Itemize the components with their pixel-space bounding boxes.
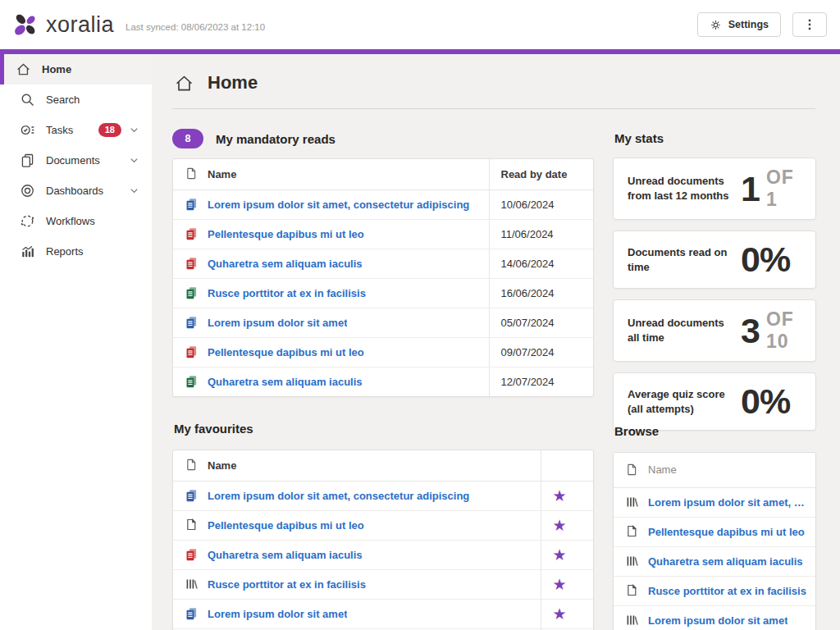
mandatory-reads-count-badge: 8 xyxy=(172,129,203,148)
reports-icon xyxy=(20,244,35,259)
word-file-icon xyxy=(185,315,199,330)
chevron-down-icon[interactable] xyxy=(128,154,140,167)
library-icon xyxy=(625,495,639,509)
sidebar-item-documents[interactable]: Documents xyxy=(0,145,152,176)
table-row: Pellentesque dapibus mi ut leo 09/07/202… xyxy=(173,337,593,367)
library-icon xyxy=(625,613,639,628)
table-row: Quharetra sem aliquam iaculis 12/07/2024 xyxy=(173,367,593,396)
sidebar-item-label: Workflows xyxy=(46,215,95,227)
page-file-icon xyxy=(625,524,639,539)
library-icon xyxy=(625,554,639,568)
document-link[interactable]: Quharetra sem aliquam iaculis xyxy=(208,376,363,388)
browse-link[interactable]: Lorem ipsum dolor sit amet xyxy=(648,614,788,627)
document-link[interactable]: Lorem ipsum dolor sit amet xyxy=(208,608,347,620)
sidebar-item-dashboards[interactable]: Dashboards xyxy=(0,176,152,206)
table-row: Lorem ipsum dolor sit amet ★ xyxy=(173,599,593,628)
brand-name: xoralia xyxy=(46,12,114,38)
table-row: Quharetra sem aliquam iaculis ★ xyxy=(173,540,593,569)
stat-card-unread-12-months: Unread documents from last 12 months 1 O… xyxy=(613,158,816,220)
document-link[interactable]: Lorem ipsum dolor sit amet, consectetur … xyxy=(208,199,469,211)
word-file-icon xyxy=(185,488,199,503)
browse-link[interactable]: Pellentesque dapibus mi ut leo xyxy=(648,526,805,538)
document-link[interactable]: Pellentesque dapibus mi ut leo xyxy=(208,519,364,532)
mandatory-reads-table: Name Read by date Lorem ipsum dolor sit … xyxy=(172,158,594,397)
column-header-read-by-date: Read by date xyxy=(489,159,593,189)
xoralia-flower-logo-icon xyxy=(11,11,39,39)
chevron-down-icon[interactable] xyxy=(128,185,140,197)
table-row: Rusce porttitor at ex in facilisis ★ xyxy=(173,569,593,599)
documents-icon xyxy=(20,153,35,168)
page-outline-icon xyxy=(185,167,199,181)
pdf-file-icon xyxy=(185,547,199,562)
document-link[interactable]: Rusce porttitor at ex in facilisis xyxy=(208,287,366,299)
stat-suffix: OF 10 xyxy=(766,308,802,353)
last-synced-text: Last synced: 08/06/2023 at 12:10 xyxy=(126,22,265,32)
more-options-button[interactable] xyxy=(792,12,827,37)
mandatory-reads-title: My mandatory reads xyxy=(216,132,336,146)
stat-label: Unread documents from last 12 months xyxy=(628,174,736,203)
document-link[interactable]: Lorem ipsum dolor sit amet xyxy=(208,317,347,329)
page-outline-icon xyxy=(185,458,199,472)
workflows-icon xyxy=(20,213,35,229)
page-file-icon xyxy=(625,583,639,598)
page-outline-icon xyxy=(625,463,639,477)
read-by-date: 11/06/2024 xyxy=(489,219,593,249)
document-link[interactable]: Lorem ipsum dolor sit amet, consectetur … xyxy=(208,490,469,502)
browse-link[interactable]: Lorem ipsum dolor sit amet, con… xyxy=(648,496,809,509)
app-window: xoralia Last synced: 08/06/2023 at 12:10… xyxy=(0,0,840,630)
chevron-down-icon[interactable] xyxy=(128,124,140,136)
favourite-star-icon[interactable]: ★ xyxy=(553,546,567,564)
home-page-icon xyxy=(174,73,194,94)
stat-value: 0% xyxy=(741,240,790,280)
favourite-star-icon[interactable]: ★ xyxy=(553,487,567,504)
table-row: Rusce porttitor at ex in facilisis 16/06… xyxy=(173,278,593,308)
favourite-star-icon[interactable]: ★ xyxy=(553,576,567,593)
library-icon xyxy=(185,577,199,591)
sidebar-item-search[interactable]: Search xyxy=(0,84,152,115)
browse-title: Browse xyxy=(614,424,659,438)
sidebar-item-home[interactable]: Home xyxy=(0,54,152,84)
stat-card-read-on-time: Documents read on time 0% xyxy=(613,231,816,289)
settings-button-label: Settings xyxy=(728,19,769,30)
document-link[interactable]: Pellentesque dapibus mi ut leo xyxy=(208,228,364,240)
stat-card-unread-all-time: Unread documents all time 3 OF 10 xyxy=(613,299,816,362)
word-file-icon xyxy=(185,197,199,212)
stat-label: Documents read on time xyxy=(628,245,736,274)
column-header-name: Name xyxy=(208,168,236,180)
search-icon xyxy=(20,92,35,107)
sidebar-item-label: Tasks xyxy=(46,124,73,136)
favourite-star-icon[interactable]: ★ xyxy=(553,517,567,534)
column-header-name: Name xyxy=(208,459,236,472)
list-item: Quharetra sem aliquam iaculis xyxy=(614,546,815,576)
sidebar-item-tasks[interactable]: Tasks 18 xyxy=(0,115,152,145)
sidebar-item-reports[interactable]: Reports xyxy=(0,236,152,267)
table-row: Lorem ipsum dolor sit amet, consectetur … xyxy=(173,481,593,510)
sidebar-item-workflows[interactable]: Workflows xyxy=(0,206,152,236)
pdf-file-icon xyxy=(185,345,199,359)
document-link[interactable]: Pellentesque dapibus mi ut leo xyxy=(208,346,364,358)
browse-link[interactable]: Rusce porttitor at ex in facilisis xyxy=(648,585,806,597)
table-row: Pellentesque dapibus mi ut leo ★ xyxy=(173,510,593,540)
list-item: Lorem ipsum dolor sit amet xyxy=(614,605,815,630)
stat-suffix: OF 1 xyxy=(766,167,802,211)
home-icon xyxy=(16,62,31,77)
read-by-date: 16/06/2024 xyxy=(489,278,593,308)
page-title: Home xyxy=(208,72,258,94)
list-item: Rusce porttitor at ex in facilisis xyxy=(614,576,815,605)
table-row: Lorem ipsum dolor sit amet, consectetur … xyxy=(173,189,593,219)
settings-button[interactable]: Settings xyxy=(697,12,781,37)
browse-link[interactable]: Quharetra sem aliquam iaculis xyxy=(648,555,803,568)
list-item: Lorem ipsum dolor sit amet, con… xyxy=(614,487,815,517)
my-stats-title: My stats xyxy=(614,131,816,145)
excel-file-icon xyxy=(185,374,199,389)
read-by-date: 12/07/2024 xyxy=(489,367,593,396)
pdf-file-icon xyxy=(185,226,199,241)
tasks-icon xyxy=(20,122,35,138)
document-link[interactable]: Rusce porttitor at ex in facilisis xyxy=(208,578,366,591)
sidebar: Home Search Tasks 18 Documents xyxy=(0,54,152,630)
favourite-star-icon[interactable]: ★ xyxy=(553,605,567,623)
document-link[interactable]: Quharetra sem aliquam iaculis xyxy=(208,258,363,270)
brand-logo-link[interactable]: xoralia xyxy=(11,11,114,39)
favourites-table: Name Lorem ipsum dolor sit amet, consect… xyxy=(172,450,594,630)
document-link[interactable]: Quharetra sem aliquam iaculis xyxy=(208,549,363,561)
